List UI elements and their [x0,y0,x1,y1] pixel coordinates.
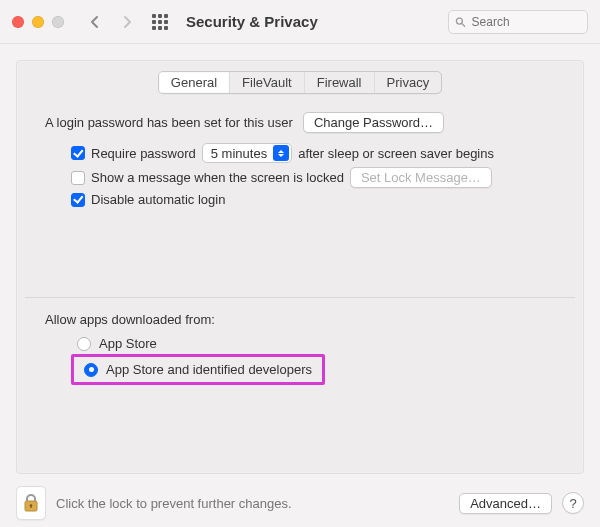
disable-auto-login-checkbox[interactable] [71,193,85,207]
allow-apps-option-appstore[interactable]: App Store [71,333,555,354]
search-field[interactable] [448,10,588,34]
search-icon [455,16,466,28]
radio-identified-devs[interactable] [84,363,98,377]
advanced-button[interactable]: Advanced… [459,493,552,514]
lock-button[interactable] [16,486,46,520]
allow-apps-option-identified-devs[interactable]: App Store and identified developers [78,359,318,380]
window-zoom-button[interactable] [52,16,64,28]
tab-general[interactable]: General [159,72,230,93]
window-toolbar: Security & Privacy [0,0,600,44]
lock-message: Click the lock to prevent further change… [56,496,292,511]
login-section: A login password has been set for this u… [17,94,583,207]
svg-point-0 [456,18,462,24]
search-input[interactable] [470,14,581,30]
lock-icon [23,493,39,513]
radio-identified-devs-label: App Store and identified developers [106,362,312,377]
change-password-button[interactable]: Change Password… [303,112,444,133]
allow-apps-heading: Allow apps downloaded from: [45,312,555,327]
pane-title: Security & Privacy [186,13,318,30]
allow-apps-section: Allow apps downloaded from: App Store Ap… [17,298,583,385]
help-button[interactable]: ? [562,492,584,514]
nav-back-button[interactable] [84,12,106,32]
svg-rect-4 [30,506,31,509]
tab-firewall[interactable]: Firewall [305,72,375,93]
window-minimize-button[interactable] [32,16,44,28]
radio-appstore[interactable] [77,337,91,351]
prefs-panel: General FileVault Firewall Privacy A log… [16,60,584,474]
show-message-label: Show a message when the screen is locked [91,170,344,185]
show-all-prefs-icon[interactable] [152,14,168,30]
footer: Click the lock to prevent further change… [0,479,600,527]
login-password-set-label: A login password has been set for this u… [45,115,293,130]
require-password-label-after: after sleep or screen saver begins [298,146,494,161]
nav-forward-button[interactable] [116,12,138,32]
disable-auto-login-label: Disable automatic login [91,192,225,207]
require-password-label-before: Require password [91,146,196,161]
radio-appstore-label: App Store [99,336,157,351]
require-password-checkbox[interactable] [71,146,85,160]
tabs: General FileVault Firewall Privacy [17,61,583,94]
svg-line-1 [462,23,465,26]
require-password-delay-select[interactable]: 5 minutes [202,143,292,163]
tab-privacy[interactable]: Privacy [375,72,442,93]
annotation-highlight: App Store and identified developers [71,354,325,385]
set-lock-message-button[interactable]: Set Lock Message… [350,167,492,188]
show-message-checkbox[interactable] [71,171,85,185]
window-traffic-lights [12,16,64,28]
stepper-icon [273,145,289,161]
tab-filevault[interactable]: FileVault [230,72,305,93]
require-password-delay-value: 5 minutes [211,146,267,161]
window-close-button[interactable] [12,16,24,28]
